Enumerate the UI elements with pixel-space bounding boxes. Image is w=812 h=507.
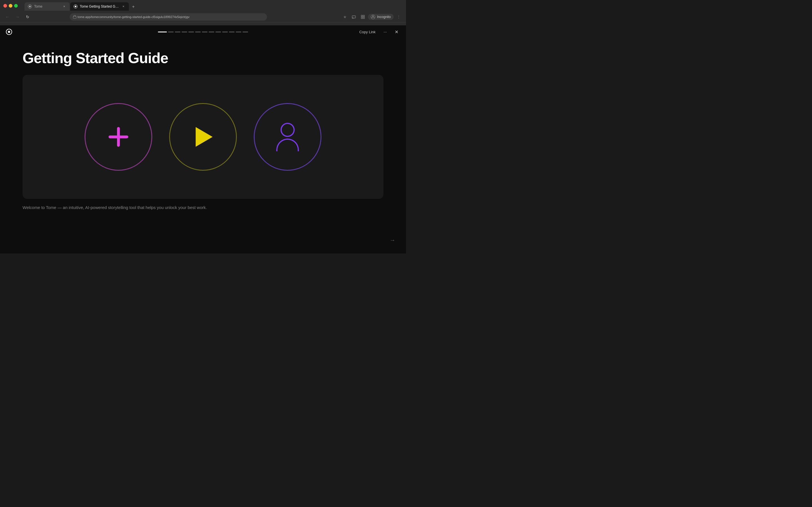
progress-segment-12[interactable] [236, 32, 241, 33]
incognito-label: Incognito [377, 15, 391, 19]
new-tab-button[interactable]: + [130, 3, 137, 11]
svg-rect-4 [361, 17, 363, 18]
more-menu-button[interactable]: ··· [381, 28, 389, 36]
address-bar[interactable]: tome.app/tomecommunity/tome-getting-star… [70, 13, 267, 20]
main-content: Getting Started Guide Welcome to Tome — … [0, 38, 406, 253]
tab1-favicon [28, 4, 32, 8]
browser-tab-tome[interactable]: Tome ✕ [24, 2, 70, 11]
description-text: Welcome to Tome — an intuitive, AI-power… [22, 205, 384, 211]
browser-chrome: Tome ✕ Tome Getting Started Guide ✕ + ← … [0, 0, 406, 25]
svg-point-6 [372, 15, 374, 17]
maximize-window-button[interactable] [14, 4, 18, 8]
nav-right: ★ [341, 13, 403, 21]
close-presentation-button[interactable]: ✕ [393, 28, 400, 36]
title-bar: Tome ✕ Tome Getting Started Guide ✕ + [0, 0, 406, 11]
svg-rect-3 [363, 15, 364, 17]
person-body [276, 138, 299, 151]
traffic-lights [3, 4, 18, 8]
progress-segment-8[interactable] [209, 32, 214, 33]
lock-icon [73, 15, 76, 18]
presentation-bar: Copy Link ··· ✕ [0, 25, 406, 38]
progress-segment-7[interactable] [202, 32, 207, 33]
person-icon [276, 123, 299, 151]
progress-segment-2[interactable] [168, 32, 174, 33]
plus-icon [109, 127, 128, 147]
minimize-window-button[interactable] [9, 4, 12, 8]
progress-segment-1[interactable] [158, 32, 167, 33]
play-circle[interactable] [169, 103, 237, 171]
tome-logo [6, 29, 12, 35]
cast-button[interactable] [350, 13, 358, 21]
person-circle[interactable] [254, 103, 321, 171]
close-window-button[interactable] [3, 4, 7, 8]
browser-tab-getting-started[interactable]: Tome Getting Started Guide ✕ [70, 2, 129, 11]
progress-segment-10[interactable] [222, 32, 228, 33]
create-circle[interactable] [85, 103, 152, 171]
incognito-icon [371, 15, 375, 19]
tab2-label: Tome Getting Started Guide [80, 4, 119, 8]
svg-point-1 [352, 18, 353, 18]
svg-rect-2 [361, 15, 363, 17]
progress-segment-4[interactable] [182, 32, 187, 33]
progress-segment-9[interactable] [215, 32, 221, 33]
progress-segment-3[interactable] [175, 32, 181, 33]
reload-button[interactable]: ↻ [24, 13, 32, 21]
bookmark-button[interactable]: ★ [341, 13, 349, 21]
extensions-button[interactable] [359, 13, 367, 21]
person-head [281, 123, 295, 137]
feature-card [22, 75, 384, 199]
page-title: Getting Started Guide [22, 50, 384, 66]
progress-bar [158, 32, 248, 33]
svg-point-8 [8, 31, 10, 33]
tab1-close-button[interactable]: ✕ [62, 4, 66, 8]
address-text: tome.app/tomecommunity/tome-getting-star… [78, 15, 190, 18]
progress-segment-13[interactable] [243, 32, 248, 33]
copy-link-button[interactable]: Copy Link [357, 29, 378, 35]
tab1-label: Tome [34, 4, 42, 8]
progress-segment-11[interactable] [229, 32, 235, 33]
forward-button[interactable]: → [13, 13, 21, 21]
nav-bar: ← → ↻ tome.app/tomecommunity/tome-gettin… [0, 11, 406, 22]
svg-rect-5 [363, 17, 364, 18]
presentation-actions: Copy Link ··· ✕ [357, 28, 400, 36]
next-slide-button[interactable]: → [388, 235, 398, 245]
progress-segment-6[interactable] [195, 32, 201, 33]
progress-segment-5[interactable] [188, 32, 194, 33]
more-options-button[interactable]: ⋮ [395, 13, 403, 21]
tab2-close-button[interactable]: ✕ [121, 4, 125, 8]
back-button[interactable]: ← [3, 13, 11, 21]
tabs-bar: Tome ✕ Tome Getting Started Guide ✕ + [22, 1, 140, 11]
incognito-button[interactable]: Incognito [368, 14, 394, 20]
tab2-favicon [73, 4, 78, 8]
play-icon [196, 127, 213, 147]
